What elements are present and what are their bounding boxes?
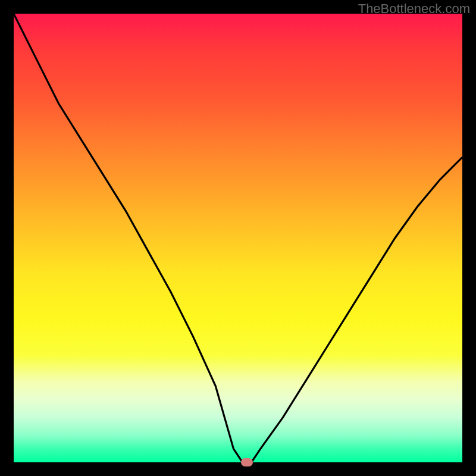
optimal-point-marker (241, 458, 253, 466)
bottleneck-curve (14, 14, 462, 462)
watermark-text: TheBottleneck.com (358, 1, 470, 17)
bottleneck-line-chart (14, 14, 462, 462)
